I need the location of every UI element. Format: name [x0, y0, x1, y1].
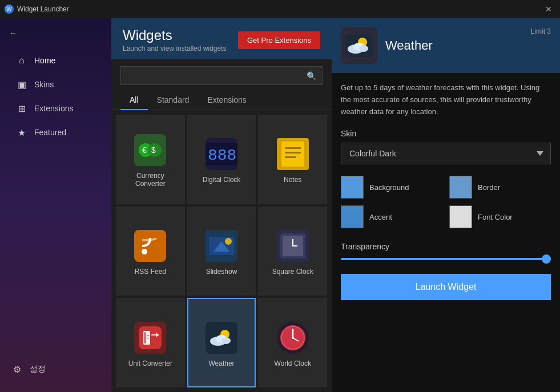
launch-widget-button[interactable]: Launch Widget	[341, 274, 551, 300]
settings-label: 설정	[30, 364, 46, 374]
get-pro-button[interactable]: Get Pro Extensions	[238, 31, 320, 49]
slideshow-label: Slideshow	[206, 268, 237, 276]
rss-feed-icon	[134, 230, 166, 262]
app-title: Widget Launcher	[17, 5, 69, 13]
font-color-label: Font Color	[478, 213, 513, 221]
widgets-header: Widgets Launch and view installed widget…	[111, 18, 332, 59]
sidebar-item-featured[interactable]: ★ Featured	[5, 121, 107, 144]
back-button[interactable]: ←	[0, 24, 111, 42]
sidebar-label-skins: Skins	[34, 80, 54, 89]
detail-body: Get up to 5 days of weather forecasts wi…	[332, 73, 560, 392]
title-bar-left: W Widget Launcher	[5, 5, 69, 14]
widget-card-slideshow[interactable]: Slideshow	[187, 207, 256, 296]
weather-card-icon	[206, 322, 237, 354]
tab-extensions[interactable]: Extensions	[198, 91, 255, 110]
svg-rect-7	[285, 147, 301, 149]
unit-converter-label: Unit Converter	[128, 359, 172, 367]
sidebar-label-home: Home	[34, 56, 55, 65]
skin-label: Skin	[341, 129, 551, 138]
svg-rect-22	[143, 331, 150, 345]
content-area: Widgets Launch and view installed widget…	[111, 18, 332, 392]
color-item-accent: Accent	[341, 205, 442, 228]
widget-card-notes[interactable]: Notes	[258, 115, 327, 204]
digital-clock-label: Digital Clock	[203, 176, 241, 184]
svg-rect-23	[144, 332, 146, 343]
color-item-background: Background	[341, 176, 442, 199]
square-clock-label: Square Clock	[272, 268, 313, 276]
svg-rect-24	[147, 335, 149, 336]
transparency-slider-track	[341, 258, 551, 260]
svg-rect-8	[285, 152, 301, 153]
border-color-swatch[interactable]	[449, 176, 472, 199]
svg-point-38	[292, 337, 294, 339]
accent-color-swatch[interactable]	[341, 205, 364, 228]
close-button[interactable]: ✕	[542, 2, 555, 16]
sidebar-item-home[interactable]: ⌂ Home	[5, 49, 107, 72]
transparency-section: Transparency	[341, 242, 551, 260]
settings-item[interactable]: ⚙ 설정	[5, 358, 107, 381]
svg-rect-9	[285, 156, 296, 158]
digital-clock-icon: 888	[206, 138, 237, 170]
svg-point-11	[142, 249, 147, 254]
tab-all[interactable]: All	[120, 91, 148, 110]
title-bar: W Widget Launcher ✕	[0, 0, 560, 18]
detail-panel: Weather Limit 3 Get up to 5 days of weat…	[332, 18, 560, 392]
featured-icon: ★	[16, 127, 27, 138]
accent-color-label: Accent	[369, 213, 392, 221]
notes-icon	[277, 138, 309, 170]
widget-card-currency-converter[interactable]: € $ CurrencyConverter	[116, 115, 185, 204]
rss-feed-label: RSS Feed	[135, 268, 166, 276]
world-clock-icon	[277, 322, 309, 354]
widget-card-weather[interactable]: Weather	[187, 298, 256, 387]
color-item-font-color: Font Color	[449, 205, 551, 228]
widget-card-unit-converter[interactable]: Unit Converter	[116, 298, 185, 387]
widgets-title: Widgets	[123, 27, 226, 43]
transparency-slider-thumb[interactable]	[542, 254, 551, 264]
detail-widget-icon	[341, 27, 377, 64]
svg-text:$: $	[151, 146, 156, 155]
detail-header: Weather Limit 3	[332, 18, 560, 73]
square-clock-icon	[277, 230, 309, 262]
svg-point-33	[221, 337, 231, 344]
main-layout: ← ⌂ Home ▣ Skins ⊞ Extensions ★ Featured	[0, 18, 560, 392]
detail-description: Get up to 5 days of weather forecasts wi…	[341, 82, 551, 118]
search-wrapper: 🔍	[120, 66, 323, 85]
widget-card-rss-feed[interactable]: RSS Feed	[116, 207, 185, 296]
widget-card-world-clock[interactable]: World Clock	[258, 298, 327, 387]
sidebar-label-extensions: Extensions	[34, 104, 73, 113]
sidebar-item-extensions[interactable]: ⊞ Extensions	[5, 97, 107, 120]
transparency-label: Transparency	[341, 242, 551, 251]
currency-converter-label: CurrencyConverter	[135, 172, 166, 188]
detail-limit: Limit 3	[531, 27, 551, 35]
header-left: Widgets Launch and view installed widget…	[123, 27, 226, 52]
skin-select[interactable]: Colorful Dark Dark Light Minimal	[341, 143, 551, 164]
currency-converter-icon: € $	[134, 134, 166, 166]
border-color-label: Border	[478, 183, 500, 192]
color-grid: Background Border Accent Font Color	[341, 176, 551, 228]
app-icon: W	[5, 5, 14, 14]
detail-name-wrapper: Weather	[385, 38, 523, 53]
home-icon: ⌂	[16, 55, 27, 66]
font-color-swatch[interactable]	[449, 205, 472, 228]
widget-card-square-clock[interactable]: Square Clock	[258, 207, 327, 296]
search-input[interactable]	[121, 67, 322, 84]
sidebar-item-skins[interactable]: ▣ Skins	[5, 73, 107, 96]
svg-point-15	[225, 238, 232, 245]
back-icon: ←	[9, 29, 17, 38]
widgets-subtitle: Launch and view installed widgets	[123, 45, 226, 52]
slideshow-icon	[206, 230, 237, 262]
background-color-swatch[interactable]	[341, 176, 364, 199]
detail-widget-name: Weather	[385, 38, 523, 53]
sidebar-bottom: ⚙ 설정	[0, 352, 111, 386]
svg-point-43	[359, 45, 368, 52]
sidebar-nav: ⌂ Home ▣ Skins ⊞ Extensions ★ Featured	[0, 48, 111, 145]
background-color-label: Background	[369, 183, 409, 192]
weather-card-label: Weather	[208, 359, 234, 367]
tab-standard[interactable]: Standard	[148, 91, 199, 110]
sidebar: ← ⌂ Home ▣ Skins ⊞ Extensions ★ Featured	[0, 18, 111, 392]
color-item-border: Border	[449, 176, 551, 199]
unit-converter-icon	[134, 322, 166, 354]
settings-icon: ⚙	[11, 363, 23, 375]
widget-card-digital-clock[interactable]: 888 Digital Clock	[187, 115, 256, 204]
widget-grid: € $ CurrencyConverter 888 Digital Clock	[111, 110, 332, 392]
